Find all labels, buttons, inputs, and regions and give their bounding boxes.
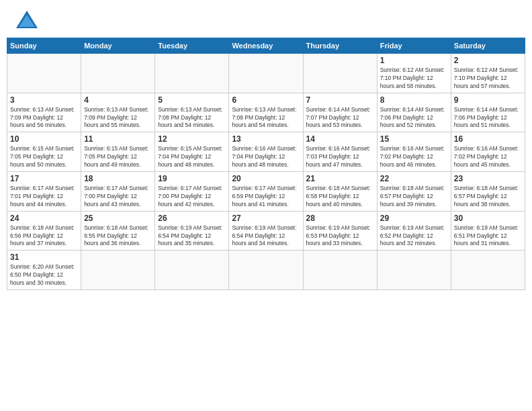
day-number: 6 <box>232 95 300 105</box>
day-number: 26 <box>158 214 226 223</box>
calendar-cell: 23Sunrise: 6:18 AM Sunset: 6:57 PM Dayli… <box>451 172 525 212</box>
day-number: 21 <box>306 174 374 183</box>
calendar-week-row: 17Sunrise: 6:17 AM Sunset: 7:01 PM Dayli… <box>7 172 525 212</box>
day-info: Sunrise: 6:14 AM Sunset: 7:07 PM Dayligh… <box>306 106 374 130</box>
day-number: 25 <box>84 214 152 223</box>
calendar-week-row: 1Sunrise: 6:12 AM Sunset: 7:10 PM Daylig… <box>7 54 525 93</box>
day-info: Sunrise: 6:18 AM Sunset: 6:55 PM Dayligh… <box>84 224 152 248</box>
calendar-cell: 28Sunrise: 6:19 AM Sunset: 6:53 PM Dayli… <box>303 211 377 250</box>
calendar-cell: 11Sunrise: 6:15 AM Sunset: 7:05 PM Dayli… <box>81 132 155 172</box>
day-number: 17 <box>10 174 78 183</box>
day-info: Sunrise: 6:13 AM Sunset: 7:08 PM Dayligh… <box>232 106 300 130</box>
calendar-cell <box>155 250 229 290</box>
day-info: Sunrise: 6:18 AM Sunset: 6:57 PM Dayligh… <box>454 185 522 209</box>
day-number: 11 <box>84 134 152 144</box>
day-info: Sunrise: 6:12 AM Sunset: 7:10 PM Dayligh… <box>454 66 522 91</box>
calendar-cell <box>7 54 81 93</box>
day-number: 1 <box>380 56 448 65</box>
day-number: 30 <box>454 214 522 223</box>
day-number: 28 <box>306 214 374 223</box>
day-number: 15 <box>380 134 448 144</box>
calendar-cell: 26Sunrise: 6:19 AM Sunset: 6:54 PM Dayli… <box>155 211 229 250</box>
calendar-cell: 19Sunrise: 6:17 AM Sunset: 7:00 PM Dayli… <box>155 172 229 212</box>
day-info: Sunrise: 6:15 AM Sunset: 7:05 PM Dayligh… <box>10 145 78 169</box>
day-header-saturday: Saturday <box>451 38 525 54</box>
logo <box>12 9 39 30</box>
calendar-cell: 9Sunrise: 6:14 AM Sunset: 7:06 PM Daylig… <box>451 93 525 132</box>
day-number: 2 <box>454 56 522 65</box>
day-number: 8 <box>380 95 448 105</box>
day-number: 31 <box>10 253 78 262</box>
day-info: Sunrise: 6:17 AM Sunset: 7:00 PM Dayligh… <box>84 185 152 209</box>
day-info: Sunrise: 6:19 AM Sunset: 6:53 PM Dayligh… <box>306 224 374 248</box>
calendar-cell: 4Sunrise: 6:13 AM Sunset: 7:09 PM Daylig… <box>81 93 155 132</box>
day-info: Sunrise: 6:12 AM Sunset: 7:10 PM Dayligh… <box>380 66 448 91</box>
calendar-table: SundayMondayTuesdayWednesdayThursdayFrid… <box>7 38 525 290</box>
day-info: Sunrise: 6:15 AM Sunset: 7:04 PM Dayligh… <box>158 145 226 169</box>
calendar-cell: 17Sunrise: 6:17 AM Sunset: 7:01 PM Dayli… <box>7 172 81 212</box>
calendar-cell: 22Sunrise: 6:18 AM Sunset: 6:57 PM Dayli… <box>377 172 451 212</box>
day-number: 29 <box>380 214 448 223</box>
calendar-cell: 20Sunrise: 6:17 AM Sunset: 6:59 PM Dayli… <box>229 172 303 212</box>
day-info: Sunrise: 6:20 AM Sunset: 6:50 PM Dayligh… <box>10 263 78 287</box>
day-header-sunday: Sunday <box>7 38 81 54</box>
calendar-cell <box>229 250 303 290</box>
day-header-thursday: Thursday <box>303 38 377 54</box>
day-info: Sunrise: 6:13 AM Sunset: 7:09 PM Dayligh… <box>84 106 152 130</box>
day-number: 7 <box>306 95 374 105</box>
calendar-cell: 24Sunrise: 6:18 AM Sunset: 6:56 PM Dayli… <box>7 211 81 250</box>
day-info: Sunrise: 6:14 AM Sunset: 7:06 PM Dayligh… <box>380 106 448 130</box>
day-header-tuesday: Tuesday <box>155 38 229 54</box>
calendar-cell: 6Sunrise: 6:13 AM Sunset: 7:08 PM Daylig… <box>229 93 303 132</box>
calendar-cell <box>377 250 451 290</box>
day-header-monday: Monday <box>81 38 155 54</box>
day-number: 22 <box>380 174 448 183</box>
day-number: 12 <box>158 134 226 144</box>
day-number: 23 <box>454 174 522 183</box>
page-header <box>7 7 525 32</box>
day-info: Sunrise: 6:16 AM Sunset: 7:02 PM Dayligh… <box>380 145 448 169</box>
day-header-wednesday: Wednesday <box>229 38 303 54</box>
day-info: Sunrise: 6:16 AM Sunset: 7:03 PM Dayligh… <box>306 145 374 169</box>
day-info: Sunrise: 6:19 AM Sunset: 6:54 PM Dayligh… <box>158 224 226 248</box>
day-number: 13 <box>232 134 300 144</box>
day-number: 10 <box>10 134 78 144</box>
day-info: Sunrise: 6:18 AM Sunset: 6:56 PM Dayligh… <box>10 224 78 248</box>
calendar-cell: 14Sunrise: 6:16 AM Sunset: 7:03 PM Dayli… <box>303 132 377 172</box>
calendar-cell <box>303 54 377 93</box>
calendar-cell: 21Sunrise: 6:18 AM Sunset: 6:58 PM Dayli… <box>303 172 377 212</box>
calendar-cell: 16Sunrise: 6:16 AM Sunset: 7:02 PM Dayli… <box>451 132 525 172</box>
day-info: Sunrise: 6:18 AM Sunset: 6:58 PM Dayligh… <box>306 185 374 209</box>
calendar-cell: 27Sunrise: 6:19 AM Sunset: 6:54 PM Dayli… <box>229 211 303 250</box>
calendar-cell <box>451 250 525 290</box>
calendar-cell: 18Sunrise: 6:17 AM Sunset: 7:00 PM Dayli… <box>81 172 155 212</box>
day-info: Sunrise: 6:19 AM Sunset: 6:54 PM Dayligh… <box>232 224 300 248</box>
calendar-cell: 25Sunrise: 6:18 AM Sunset: 6:55 PM Dayli… <box>81 211 155 250</box>
day-info: Sunrise: 6:17 AM Sunset: 6:59 PM Dayligh… <box>232 185 300 209</box>
day-number: 19 <box>158 174 226 183</box>
calendar-cell: 5Sunrise: 6:13 AM Sunset: 7:08 PM Daylig… <box>155 93 229 132</box>
day-number: 5 <box>158 95 226 105</box>
day-number: 24 <box>10 214 78 223</box>
day-info: Sunrise: 6:19 AM Sunset: 6:51 PM Dayligh… <box>454 224 522 248</box>
day-header-friday: Friday <box>377 38 451 54</box>
day-info: Sunrise: 6:16 AM Sunset: 7:02 PM Dayligh… <box>454 145 522 169</box>
day-number: 27 <box>232 214 300 223</box>
day-info: Sunrise: 6:16 AM Sunset: 7:04 PM Dayligh… <box>232 145 300 169</box>
calendar-week-row: 10Sunrise: 6:15 AM Sunset: 7:05 PM Dayli… <box>7 132 525 172</box>
logo-icon <box>15 9 39 30</box>
day-info: Sunrise: 6:13 AM Sunset: 7:09 PM Dayligh… <box>10 106 78 130</box>
day-info: Sunrise: 6:15 AM Sunset: 7:05 PM Dayligh… <box>84 145 152 169</box>
calendar-cell: 2Sunrise: 6:12 AM Sunset: 7:10 PM Daylig… <box>451 54 525 93</box>
calendar-cell <box>303 250 377 290</box>
calendar-cell <box>229 54 303 93</box>
day-info: Sunrise: 6:18 AM Sunset: 6:57 PM Dayligh… <box>380 185 448 209</box>
day-number: 9 <box>454 95 522 105</box>
day-number: 18 <box>84 174 152 183</box>
calendar-cell: 15Sunrise: 6:16 AM Sunset: 7:02 PM Dayli… <box>377 132 451 172</box>
calendar-week-row: 24Sunrise: 6:18 AM Sunset: 6:56 PM Dayli… <box>7 211 525 250</box>
day-info: Sunrise: 6:17 AM Sunset: 7:00 PM Dayligh… <box>158 185 226 209</box>
calendar-cell: 10Sunrise: 6:15 AM Sunset: 7:05 PM Dayli… <box>7 132 81 172</box>
calendar-cell: 29Sunrise: 6:19 AM Sunset: 6:52 PM Dayli… <box>377 211 451 250</box>
calendar-cell <box>81 54 155 93</box>
